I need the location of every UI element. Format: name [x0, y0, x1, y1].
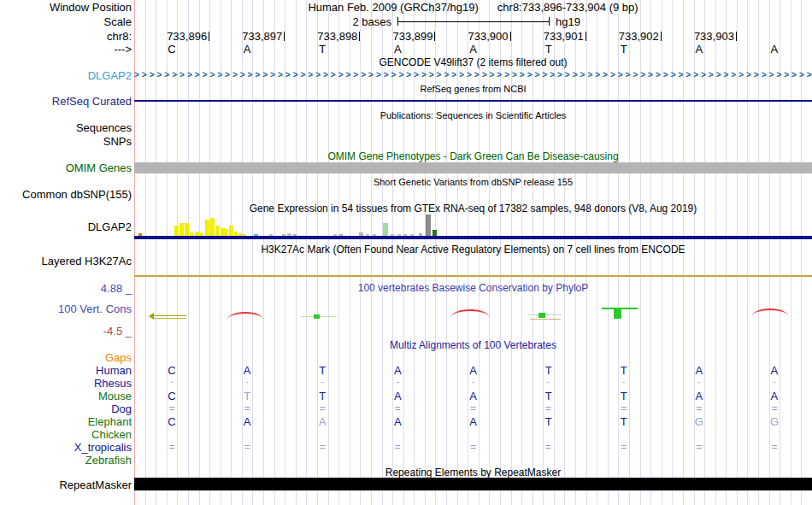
alignment-base-rhesus[interactable]: - [547, 378, 550, 386]
h3k27ac-baseline[interactable] [134, 275, 812, 277]
track-label-common-dbsnp[interactable]: Common dbSNP(155) [22, 188, 132, 201]
phylop-arc[interactable] [227, 312, 263, 320]
track-label-scale[interactable]: Scale [103, 15, 132, 28]
alignment-base-rhesus[interactable]: - [773, 378, 775, 386]
track-label-cons-min[interactable]: -4.5 _ [103, 325, 132, 338]
alignment-base-mouse[interactable]: T [319, 390, 326, 402]
gtex-tissue-bar[interactable] [383, 223, 388, 236]
alignment-base-human[interactable]: A [394, 364, 402, 377]
track-label-gencode-dlgap2[interactable]: DLGAP2 [88, 69, 132, 82]
track-label-refseq-curated[interactable]: RefSeq Curated [52, 95, 132, 108]
alignment-base-dog[interactable]: = [621, 402, 627, 414]
alignment-base-dog[interactable]: = [696, 402, 702, 414]
alignment-base-mouse[interactable]: T [244, 390, 250, 402]
track-label-gaps[interactable]: Gaps [105, 351, 132, 364]
alignment-base-dog[interactable]: = [244, 402, 250, 414]
phylop-arc[interactable] [752, 308, 788, 316]
alignment-base-elephant[interactable]: C [168, 415, 175, 428]
alignment-base-dog[interactable]: = [395, 402, 401, 414]
alignment-base-elephant[interactable]: G [695, 415, 703, 428]
alignment-base-elephant[interactable]: A [319, 415, 327, 428]
track-label-cons-max[interactable]: 4.88 _ [101, 282, 132, 295]
phylop-line[interactable] [154, 315, 186, 316]
alignment-base-x_tropicalis[interactable]: = [395, 441, 401, 453]
track-label-strand-arrow[interactable]: ---> [114, 43, 132, 56]
phylop-line[interactable] [530, 319, 561, 320]
alignment-base-human[interactable]: T [621, 364, 627, 377]
alignment-base-x_tropicalis[interactable]: = [621, 441, 627, 453]
alignment-base-mouse[interactable]: T [621, 390, 627, 402]
track-label-layered-h3k27ac[interactable]: Layered H3K27Ac [41, 255, 132, 267]
phylop-arc[interactable] [451, 309, 489, 317]
alignment-base-x_tropicalis[interactable]: = [169, 441, 175, 453]
alignment-base-elephant[interactable]: T [621, 415, 627, 428]
gtex-tissue-bar[interactable] [205, 220, 209, 236]
refseq-gene-line[interactable] [134, 100, 812, 102]
alignment-base-mouse[interactable]: A [771, 390, 779, 402]
alignment-base-rhesus[interactable]: - [622, 378, 625, 386]
alignment-base-dog[interactable]: = [771, 402, 777, 414]
alignment-base-x_tropicalis[interactable]: = [320, 441, 326, 453]
track-label-sequences[interactable]: Sequences [76, 121, 132, 134]
track-label-dog[interactable]: Dog [111, 402, 132, 415]
alignment-base-human[interactable]: A [771, 364, 779, 377]
track-label-zebrafish[interactable]: Zebrafish [85, 454, 132, 467]
repeatmasker-element-bar[interactable] [134, 478, 812, 490]
alignment-base-x_tropicalis[interactable]: = [244, 441, 250, 453]
alignment-base-human[interactable]: A [244, 364, 251, 377]
alignment-base-rhesus[interactable]: - [321, 378, 324, 386]
track-label-repeatmasker[interactable]: RepeatMasker [59, 479, 132, 491]
track-label-chrom[interactable]: chr8: [107, 30, 132, 43]
alignment-base-mouse[interactable]: A [469, 390, 477, 402]
alignment-base-human[interactable]: A [695, 364, 703, 377]
track-label-omim-genes[interactable]: OMIM Genes [66, 161, 132, 174]
phylop-line[interactable] [154, 318, 186, 319]
alignment-base-elephant[interactable]: A [469, 415, 477, 428]
gtex-tissue-bar[interactable] [229, 226, 233, 236]
alignment-base-dog[interactable]: = [470, 402, 476, 414]
alignment-base-dog[interactable]: = [320, 402, 326, 414]
phylop-box[interactable] [538, 313, 545, 318]
omim-gene-bar[interactable] [134, 162, 812, 173]
gencode-gene-arrows[interactable]: >>>>>>>>>>>>>>>>>>>>>>>>>>>>>>>>>>>>>>>>… [134, 70, 812, 80]
alignment-base-human[interactable]: A [469, 364, 477, 377]
track-label-gtex-dlgap2[interactable]: DLGAP2 [88, 220, 132, 233]
alignment-base-rhesus[interactable]: - [171, 378, 174, 386]
gtex-tissue-bar[interactable] [432, 230, 437, 236]
alignment-base-elephant[interactable]: A [244, 415, 251, 428]
gtex-tissue-bar[interactable] [179, 223, 184, 236]
alignment-base-rhesus[interactable]: - [246, 378, 249, 386]
alignment-base-x_tropicalis[interactable]: = [470, 441, 476, 453]
gtex-tissue-bar[interactable] [426, 214, 431, 236]
alignment-base-elephant[interactable]: G [770, 415, 779, 428]
gtex-baseline[interactable] [134, 236, 812, 239]
gtex-tissue-bar[interactable] [210, 218, 215, 236]
track-label-chicken[interactable]: Chicken [91, 428, 132, 441]
track-label-x-tropicalis[interactable]: X_tropicalis [74, 441, 132, 454]
alignment-base-human[interactable]: C [168, 364, 175, 377]
track-label-human[interactable]: Human [96, 364, 132, 377]
gtex-tissue-bar[interactable] [225, 229, 228, 236]
alignment-base-mouse[interactable]: A [695, 390, 703, 402]
alignment-base-mouse[interactable]: T [545, 390, 552, 402]
track-label-elephant[interactable]: Elephant [88, 415, 132, 428]
alignment-base-rhesus[interactable]: - [697, 378, 700, 386]
gtex-tissue-bar[interactable] [215, 226, 220, 236]
alignment-base-mouse[interactable]: A [394, 390, 402, 402]
alignment-base-rhesus[interactable]: - [472, 378, 474, 386]
phylop-box[interactable] [314, 314, 320, 319]
alignment-base-rhesus[interactable]: - [397, 378, 399, 386]
alignment-base-x_tropicalis[interactable]: = [771, 441, 777, 453]
alignment-base-human[interactable]: T [545, 364, 552, 377]
track-label-window-position[interactable]: Window Position [50, 1, 132, 14]
track-label-rhesus[interactable]: Rhesus [94, 377, 132, 390]
alignment-base-dog[interactable]: = [169, 402, 175, 414]
alignment-base-mouse[interactable]: C [168, 390, 175, 402]
gtex-tissue-bar[interactable] [174, 226, 179, 236]
alignment-base-x_tropicalis[interactable]: = [545, 441, 551, 453]
track-label-vert-cons[interactable]: 100 Vert. Cons [58, 302, 132, 315]
phylop-box[interactable] [614, 308, 621, 319]
track-label-snps[interactable]: SNPs [103, 135, 132, 148]
alignment-base-elephant[interactable]: T [545, 415, 552, 428]
alignment-base-elephant[interactable]: A [394, 415, 402, 428]
